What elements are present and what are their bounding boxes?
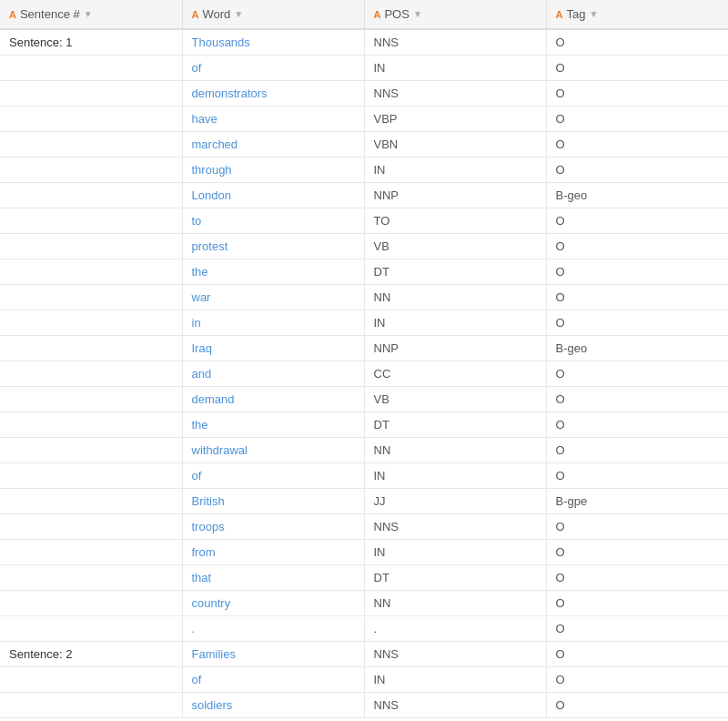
cell-sentence: [0, 336, 182, 361]
table-row: fromINO: [0, 540, 728, 565]
cell-word: demonstrators: [182, 81, 364, 107]
cell-word: the: [182, 259, 364, 285]
cell-sentence: [0, 361, 182, 387]
cell-word: and: [182, 361, 364, 387]
cell-pos: NNS: [364, 81, 546, 107]
cell-pos: NNS: [364, 514, 546, 540]
cell-word: through: [182, 157, 364, 183]
sort-icon-pos[interactable]: ▼: [413, 9, 422, 19]
cell-pos: NNP: [364, 183, 546, 208]
cell-pos: CC: [364, 361, 546, 387]
cell-word: .: [182, 616, 364, 642]
cell-tag: B-gpe: [546, 489, 728, 514]
table-row: Sentence: 1ThousandsNNSO: [0, 29, 728, 56]
cell-word: of: [182, 667, 364, 693]
cell-pos: VBP: [364, 107, 546, 132]
table-row: IraqNNPB-geo: [0, 336, 728, 361]
cell-word: country: [182, 591, 364, 616]
cell-pos: TO: [364, 208, 546, 234]
cell-pos: NNS: [364, 642, 546, 667]
col-header-word[interactable]: A Word ▼: [182, 0, 364, 29]
table-row: throughINO: [0, 157, 728, 183]
cell-sentence: Sentence: 2: [0, 642, 182, 667]
table-row: theDTO: [0, 259, 728, 285]
col-label-pos: POS: [384, 7, 409, 21]
cell-pos: NNS: [364, 29, 546, 56]
table-row: inINO: [0, 310, 728, 336]
cell-sentence: [0, 540, 182, 565]
table-row: troopsNNSO: [0, 514, 728, 540]
cell-sentence: [0, 208, 182, 234]
sort-icon-word[interactable]: ▼: [234, 9, 243, 19]
sort-icon-tag[interactable]: ▼: [589, 9, 598, 19]
col-header-tag[interactable]: A Tag ▼: [546, 0, 728, 29]
cell-pos: NN: [364, 438, 546, 463]
cell-tag: O: [546, 387, 728, 412]
table-row: haveVBPO: [0, 107, 728, 132]
cell-sentence: [0, 107, 182, 132]
cell-pos: VB: [364, 387, 546, 412]
table-row: marchedVBNO: [0, 132, 728, 157]
cell-sentence: [0, 259, 182, 285]
sort-icon-sentence[interactable]: ▼: [84, 9, 93, 19]
cell-tag: O: [546, 310, 728, 336]
cell-word: British: [182, 489, 364, 514]
col-header-pos[interactable]: A POS ▼: [364, 0, 546, 29]
cell-word: Families: [182, 642, 364, 667]
table-row: LondonNNPB-geo: [0, 183, 728, 208]
cell-tag: B-geo: [546, 183, 728, 208]
cell-pos: .: [364, 616, 546, 642]
cell-tag: O: [546, 412, 728, 438]
cell-tag: O: [546, 591, 728, 616]
cell-tag: O: [546, 259, 728, 285]
cell-tag: O: [546, 616, 728, 642]
cell-sentence: [0, 616, 182, 642]
cell-sentence: [0, 514, 182, 540]
table-row: ofINO: [0, 56, 728, 81]
cell-word: the: [182, 412, 364, 438]
cell-tag: O: [546, 361, 728, 387]
col-label-sentence: Sentence #: [20, 7, 80, 21]
cell-pos: NN: [364, 285, 546, 310]
cell-tag: O: [546, 438, 728, 463]
cell-pos: IN: [364, 56, 546, 81]
cell-word: of: [182, 463, 364, 489]
table-row: countryNNO: [0, 591, 728, 616]
cell-word: withdrawal: [182, 438, 364, 463]
col-label-tag: Tag: [566, 7, 585, 21]
cell-tag: O: [546, 234, 728, 259]
table-row: ofINO: [0, 667, 728, 693]
table-row: toTOO: [0, 208, 728, 234]
data-table: A Sentence # ▼ A Word ▼ A POS: [0, 0, 728, 718]
cell-word: from: [182, 540, 364, 565]
cell-sentence: [0, 56, 182, 81]
cell-tag: O: [546, 208, 728, 234]
cell-pos: IN: [364, 667, 546, 693]
cell-word: protest: [182, 234, 364, 259]
cell-sentence: [0, 183, 182, 208]
cell-word: in: [182, 310, 364, 336]
cell-word: demand: [182, 387, 364, 412]
cell-word: war: [182, 285, 364, 310]
cell-tag: O: [546, 667, 728, 693]
col-letter-tag: A: [556, 9, 563, 20]
col-letter-word: A: [192, 9, 199, 20]
cell-sentence: [0, 591, 182, 616]
cell-word: troops: [182, 514, 364, 540]
cell-tag: O: [546, 463, 728, 489]
cell-tag: O: [546, 540, 728, 565]
table-row: theDTO: [0, 412, 728, 438]
table-row: Sentence: 2FamiliesNNSO: [0, 642, 728, 667]
col-letter-sentence: A: [9, 9, 16, 20]
table-row: BritishJJB-gpe: [0, 489, 728, 514]
cell-tag: O: [546, 642, 728, 667]
cell-sentence: [0, 489, 182, 514]
col-letter-pos: A: [374, 9, 381, 20]
cell-sentence: [0, 667, 182, 693]
main-table-container: A Sentence # ▼ A Word ▼ A POS: [0, 0, 728, 718]
cell-tag: B-geo: [546, 336, 728, 361]
cell-sentence: [0, 693, 182, 718]
col-header-sentence[interactable]: A Sentence # ▼: [0, 0, 182, 29]
cell-sentence: [0, 157, 182, 183]
cell-tag: O: [546, 157, 728, 183]
